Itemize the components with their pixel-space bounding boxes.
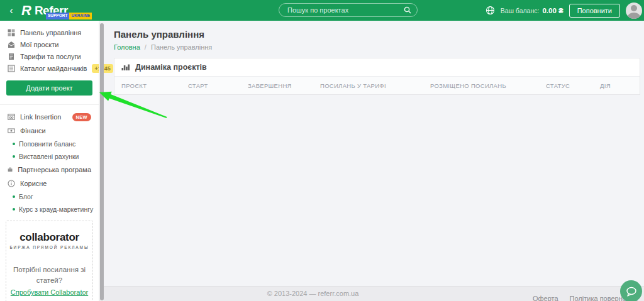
add-project-button[interactable]: Додати проект xyxy=(6,80,92,96)
breadcrumb: Головна / Панель управління xyxy=(114,43,644,51)
dashboard-icon xyxy=(8,29,15,36)
balance-label: Ваш баланс: xyxy=(501,7,540,14)
page-title: Панель управління xyxy=(114,29,644,40)
promo-question: Потрібні посилання зі статей? xyxy=(9,265,89,285)
partner-program-icon xyxy=(8,166,13,173)
try-collaborator-link[interactable]: Спробувати Collaborator xyxy=(11,288,88,296)
back-chevron-button[interactable]: ‹ xyxy=(5,4,18,16)
col-links-placed: РОЗМІЩЕНО ПОСИЛАНЬ xyxy=(430,82,506,89)
catalog-icon xyxy=(8,65,15,72)
card-title: Динаміка проєктів xyxy=(135,63,207,72)
new-badge: NEW xyxy=(72,113,91,121)
sidebar-subitem-crowd-marketing-course[interactable]: Курс з крауд-маркетингу xyxy=(0,203,99,216)
breadcrumb-current: Панель управління xyxy=(151,43,212,51)
sidebar-item-my-projects[interactable]: Мої проєкти xyxy=(0,38,99,50)
collaborator-promo: collaborator БИРЖА ПРЯМОЙ РЕКЛАМЫ Потріб… xyxy=(6,221,93,301)
main-content: Панель управління Головна / Панель управ… xyxy=(104,21,644,301)
sidebar-subitem-invoices[interactable]: Виставлені рахунки xyxy=(0,150,99,163)
scrollbar-thumb[interactable] xyxy=(100,23,104,300)
col-links-in-plan: ПОСИЛАНЬ У ТАРИФІ xyxy=(320,82,386,89)
col-status: СТАТУС xyxy=(546,82,570,89)
project-search xyxy=(279,3,418,17)
chat-bubble-icon xyxy=(625,286,638,297)
logo[interactable]: R Referr SUPPORT UKRAINE xyxy=(21,1,68,20)
tariffs-icon xyxy=(8,53,15,60)
balance-value: 0.00 ₴ xyxy=(542,7,563,14)
sidebar-item-partner-program[interactable]: Партнерська програма xyxy=(0,163,99,177)
footer: © 2013-2024 — referr.com.ua Оферта Політ… xyxy=(104,286,644,301)
sidebar-subitem-blog[interactable]: Блог xyxy=(0,190,99,203)
user-avatar[interactable] xyxy=(626,3,642,19)
col-start: СТАРТ xyxy=(188,82,208,89)
avatar-head xyxy=(631,5,637,11)
chat-widget-button[interactable] xyxy=(620,280,642,301)
col-project: ПРОЄКТ xyxy=(121,82,147,89)
finances-icon xyxy=(8,127,15,134)
link-insertion-icon xyxy=(8,113,15,121)
card-header: Динаміка проєктів xyxy=(114,58,640,77)
language-globe-icon[interactable] xyxy=(486,6,495,15)
breadcrumb-separator: / xyxy=(145,43,147,51)
sidebar-divider xyxy=(0,104,99,105)
sidebar-subitem-topup-balance[interactable]: Поповнити баланс xyxy=(0,138,99,150)
sidebar-item-dashboard[interactable]: Панель управління xyxy=(0,26,99,38)
projects-dynamics-card: Динаміка проєктів ПРОЄКТ СТАРТ ЗАВЕРШЕНН… xyxy=(114,58,640,95)
top-header: ‹ R Referr SUPPORT UKRAINE Ваш баланс: 0… xyxy=(0,0,644,21)
vertical-scrollbar xyxy=(99,23,104,301)
header-right-cluster: Ваш баланс: 0.00 ₴ Поповнити xyxy=(486,0,642,21)
footer-link-offer[interactable]: Оферта xyxy=(533,295,558,301)
col-finish: ЗАВЕРШЕННЯ xyxy=(248,82,292,89)
breadcrumb-home[interactable]: Головна xyxy=(114,43,140,51)
sidebar-item-tariffs[interactable]: Тарифи та послуги xyxy=(0,50,99,62)
search-icon[interactable] xyxy=(403,3,417,17)
sidebar-item-useful[interactable]: Корисне xyxy=(0,177,99,190)
avatar-shoulders xyxy=(628,13,640,19)
sidebar-item-catalog[interactable]: Каталог майданчиків +1745 xyxy=(0,62,99,74)
logo-r-icon: R xyxy=(21,3,31,19)
projects-table-header: ПРОЄКТ СТАРТ ЗАВЕРШЕННЯ ПОСИЛАНЬ У ТАРИФ… xyxy=(114,77,640,94)
sidebar: Панель управління Мої проєкти Тарифи та … xyxy=(0,21,99,301)
search-input[interactable] xyxy=(279,6,403,14)
topup-button[interactable]: Поповнити xyxy=(569,4,620,18)
collaborator-logo: collaborator xyxy=(9,231,89,244)
collaborator-tagline: БИРЖА ПРЯМОЙ РЕКЛАМЫ xyxy=(9,245,89,249)
info-icon xyxy=(8,180,15,187)
sidebar-item-finances[interactable]: Фінанси xyxy=(0,124,99,138)
support-ukraine-badge: SUPPORT UKRAINE xyxy=(46,13,92,19)
sidebar-item-link-insertion[interactable]: Link Insertion NEW xyxy=(0,110,99,124)
chart-icon xyxy=(121,63,130,71)
projects-icon xyxy=(8,41,15,48)
col-action: ДІЯ xyxy=(600,82,611,89)
